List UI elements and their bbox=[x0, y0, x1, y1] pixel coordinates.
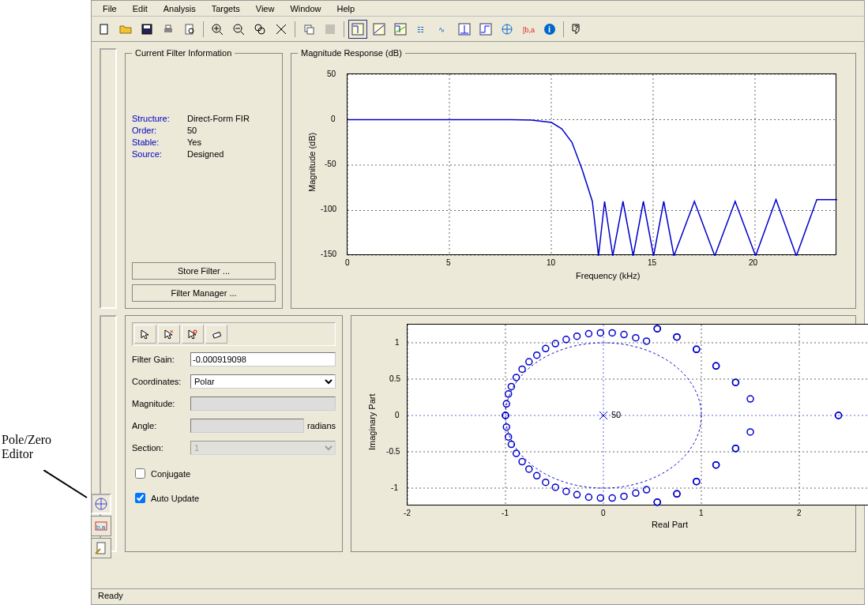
polezero-plot-area[interactable]: 50 bbox=[407, 324, 868, 505]
svg-point-118 bbox=[747, 429, 753, 435]
source-value: Designed bbox=[187, 149, 224, 159]
svg-point-121 bbox=[674, 334, 680, 340]
step-resp-icon[interactable] bbox=[476, 20, 495, 39]
svg-point-114 bbox=[674, 490, 680, 497]
menu-file[interactable]: File bbox=[96, 2, 123, 14]
impulse-resp-icon[interactable] bbox=[455, 20, 474, 39]
statusbar: Ready bbox=[92, 588, 864, 604]
pz-ytick: 1 bbox=[395, 338, 400, 347]
print-preview-icon[interactable] bbox=[180, 20, 199, 39]
svg-rect-30 bbox=[480, 24, 491, 35]
svg-point-97 bbox=[609, 495, 615, 502]
mag-ylabel: Magnitude (dB) bbox=[307, 133, 317, 192]
callout-arrow bbox=[43, 470, 91, 502]
polezero-editor-panel: × Filter Gain: Coordinates: Polar Magnit… bbox=[125, 315, 343, 552]
svg-rect-5 bbox=[166, 25, 171, 28]
left-gutter bbox=[100, 48, 117, 309]
mag-xtick: 20 bbox=[749, 258, 757, 267]
pz-ylabel: Imaginary Part bbox=[367, 393, 377, 450]
phase-resp-icon[interactable] bbox=[370, 20, 389, 39]
zoom-x-icon[interactable] bbox=[250, 20, 269, 39]
zoom-full-icon[interactable] bbox=[272, 20, 291, 39]
svg-rect-1 bbox=[100, 24, 107, 34]
gain-label: Filter Gain: bbox=[132, 355, 187, 364]
zoom-in-icon[interactable] bbox=[208, 20, 227, 39]
svg-text:i: i bbox=[548, 24, 550, 34]
conjugate-label: Conjugate bbox=[151, 469, 190, 479]
disabled-icon bbox=[321, 20, 340, 39]
menu-edit[interactable]: Edit bbox=[126, 2, 154, 14]
svg-point-89 bbox=[526, 466, 532, 472]
magnitude-plot-area[interactable] bbox=[347, 73, 836, 255]
svg-line-0 bbox=[43, 470, 87, 498]
svg-point-79 bbox=[609, 329, 615, 336]
stable-value: Yes bbox=[187, 137, 201, 147]
whatsthis-icon[interactable]: ? bbox=[568, 20, 587, 39]
polezero-icon[interactable] bbox=[498, 20, 517, 39]
svg-point-91 bbox=[543, 479, 549, 486]
toolbar: ☷ ∿ [b,a] i ? bbox=[92, 17, 864, 42]
import-icon[interactable]: b,a bbox=[91, 516, 111, 536]
autoupdate-label: Auto Update bbox=[151, 494, 199, 503]
svg-rect-20 bbox=[307, 28, 314, 34]
angle-label: Angle: bbox=[132, 421, 187, 430]
magnitude-label: Magnitude: bbox=[132, 399, 187, 408]
svg-rect-50 bbox=[213, 332, 221, 338]
group-delay-icon[interactable]: ☷ bbox=[412, 20, 431, 39]
phase-delay-icon[interactable]: ∿ bbox=[434, 20, 453, 39]
svg-point-80 bbox=[621, 332, 627, 338]
polezero-editor-icon[interactable] bbox=[91, 494, 111, 514]
menu-targets[interactable]: Targets bbox=[205, 2, 246, 14]
new-icon[interactable] bbox=[95, 20, 114, 39]
store-filter-button[interactable]: Store Filter ... bbox=[132, 262, 276, 280]
filter-info-title: Current Filter Information bbox=[132, 48, 235, 58]
svg-point-78 bbox=[597, 329, 603, 336]
svg-point-124 bbox=[732, 379, 738, 385]
print-icon[interactable] bbox=[159, 20, 178, 39]
svg-point-70 bbox=[519, 366, 525, 372]
mag-resp-icon[interactable] bbox=[348, 20, 367, 39]
svg-point-123 bbox=[713, 363, 720, 369]
section-label: Section: bbox=[132, 443, 187, 453]
svg-point-98 bbox=[621, 493, 627, 499]
open-icon[interactable] bbox=[116, 20, 135, 39]
coeffs-icon[interactable]: [b,a] bbox=[519, 20, 538, 39]
copy-figure-icon[interactable] bbox=[299, 20, 318, 39]
svg-rect-21 bbox=[325, 24, 335, 34]
menu-window[interactable]: Window bbox=[284, 2, 327, 14]
pz-xtick: 1 bbox=[699, 509, 704, 517]
status-text: Ready bbox=[98, 591, 123, 600]
autoupdate-checkbox[interactable] bbox=[135, 493, 145, 503]
coords-select[interactable]: Polar bbox=[190, 374, 336, 389]
order-value: 50 bbox=[187, 126, 197, 135]
add-zero-icon[interactable] bbox=[182, 325, 204, 344]
section-select: 1 bbox=[190, 441, 336, 455]
source-label: Source: bbox=[132, 149, 187, 159]
editor-toolbar: × bbox=[132, 322, 336, 346]
pz-xtick: 2 bbox=[797, 509, 802, 517]
svg-point-94 bbox=[574, 491, 581, 498]
gain-input[interactable] bbox=[190, 352, 336, 366]
svg-point-49 bbox=[194, 330, 197, 333]
pointer-icon[interactable] bbox=[134, 325, 156, 344]
svg-text:[b,a]: [b,a] bbox=[523, 26, 535, 34]
design-icon[interactable] bbox=[91, 538, 111, 558]
save-icon[interactable] bbox=[137, 20, 156, 39]
menu-help[interactable]: Help bbox=[331, 2, 362, 14]
mag-ytick: 50 bbox=[327, 70, 336, 78]
angle-input bbox=[190, 419, 304, 433]
svg-point-117 bbox=[732, 445, 738, 452]
info-icon[interactable]: i bbox=[540, 20, 559, 39]
erase-icon[interactable] bbox=[205, 325, 227, 344]
zoom-out-icon[interactable] bbox=[229, 20, 248, 39]
menu-view[interactable]: View bbox=[250, 2, 281, 14]
magphase-icon[interactable] bbox=[391, 20, 410, 39]
pz-ytick: 0 bbox=[395, 411, 400, 419]
pz-ytick: -0.5 bbox=[386, 447, 400, 456]
filter-manager-button[interactable]: Filter Manager ... bbox=[132, 284, 276, 302]
pz-xtick: 0 bbox=[601, 509, 606, 517]
add-pole-icon[interactable]: × bbox=[158, 325, 180, 344]
mag-xtick: 5 bbox=[446, 258, 451, 267]
conjugate-checkbox[interactable] bbox=[135, 468, 145, 479]
menu-analysis[interactable]: Analysis bbox=[157, 2, 202, 14]
